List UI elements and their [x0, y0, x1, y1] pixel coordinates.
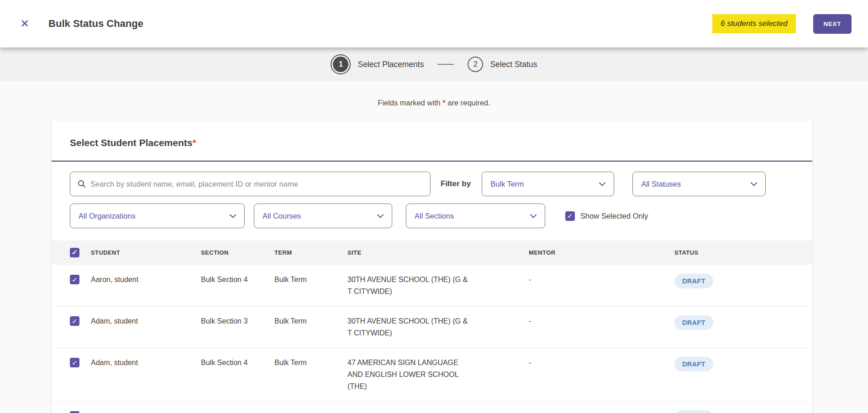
chevron-down-icon: [530, 214, 537, 218]
status-cell: DRAFT: [667, 348, 812, 401]
students-selected-badge: 6 students selected: [712, 14, 795, 33]
step-select-placements[interactable]: 1 Select Placements: [331, 54, 424, 74]
step-1-label: Select Placements: [358, 60, 424, 69]
student-cell: Aaron, student: [84, 265, 194, 306]
table-body: ✓ Aaron, student Bulk Section 4 Bulk Ter…: [52, 265, 812, 413]
term-cell: Bulk Term: [267, 265, 340, 306]
step-divider: [437, 64, 454, 65]
term-dropdown[interactable]: Bulk Term: [482, 172, 614, 196]
mentor-cell: -: [521, 306, 667, 348]
student-cell: Adam, student: [84, 348, 194, 401]
status-dropdown[interactable]: All Statuses: [632, 172, 766, 196]
row-checkbox[interactable]: ✓: [70, 411, 79, 413]
site-cell: 30TH AVENUE SCHOOL (THE) (G & T CITYWIDE…: [340, 265, 521, 306]
chevron-down-icon: [751, 182, 757, 186]
term-cell: Bulk Term: [267, 401, 340, 413]
column-header-section: SECTION: [194, 240, 267, 265]
sections-dropdown-value: All Sections: [415, 212, 454, 220]
card-title-text: Select Student Placements: [70, 137, 192, 148]
step-2-circle: 2: [468, 57, 483, 72]
status-dropdown-value: All Statuses: [641, 180, 681, 188]
status-badge: DRAFT: [674, 410, 713, 413]
mentor-cell: -: [521, 265, 667, 306]
step-select-status[interactable]: 2 Select Status: [468, 57, 537, 72]
term-dropdown-value: Bulk Term: [490, 180, 524, 188]
column-header-mentor: MENTOR: [521, 240, 667, 265]
show-selected-checkbox[interactable]: ✓: [565, 211, 575, 221]
filters-section: Filter by Bulk Term All Statuses All Org…: [52, 162, 812, 228]
student-cell: Adam, student: [84, 306, 194, 348]
organizations-dropdown-value: All Organizations: [79, 212, 136, 220]
stepper: 1 Select Placements 2 Select Status: [0, 47, 868, 81]
column-header-student: STUDENT: [84, 240, 194, 265]
show-selected-label: Show Selected Only: [580, 212, 648, 220]
sections-dropdown[interactable]: All Sections: [406, 204, 545, 228]
column-header-term: TERM: [267, 240, 340, 265]
column-header-status: STATUS: [667, 240, 812, 265]
row-checkbox[interactable]: ✓: [70, 275, 79, 284]
site-cell: 30TH AVENUE SCHOOL (THE) (G & T CITYWIDE…: [340, 306, 521, 348]
table-row[interactable]: ✓ Adam, student Bulk Section 3 Bulk Term…: [52, 306, 812, 348]
page-title: Bulk Status Change: [48, 18, 143, 30]
section-cell: Bulk Section 4: [194, 265, 267, 306]
select-all-checkbox[interactable]: ✓: [70, 248, 79, 257]
status-cell: DRAFT: [667, 401, 812, 413]
close-icon[interactable]: ✕: [20, 18, 29, 29]
placements-table: ✓ STUDENT SECTION TERM SITE MENTOR STATU…: [52, 240, 812, 413]
status-badge: DRAFT: [674, 357, 713, 371]
card-title-asterisk: *: [192, 137, 196, 148]
term-cell: Bulk Term: [267, 348, 340, 401]
organizations-dropdown[interactable]: All Organizations: [70, 204, 245, 228]
section-cell: Bulk Section 2: [194, 401, 267, 413]
courses-dropdown[interactable]: All Courses: [254, 204, 392, 228]
table-row[interactable]: ✓ Aaron, student Bulk Section 4 Bulk Ter…: [52, 265, 812, 306]
required-asterisk: *: [442, 99, 445, 107]
courses-dropdown-value: All Courses: [263, 212, 301, 220]
site-cell: 47 AMERICAN SIGN LANGUAGE AND ENGLISH LO…: [340, 348, 521, 401]
step-1-circle: 1: [333, 57, 348, 72]
search-box[interactable]: [70, 172, 431, 196]
modal-header: ✕ Bulk Status Change 6 students selected…: [0, 0, 868, 47]
chevron-down-icon: [377, 214, 384, 218]
status-cell: DRAFT: [667, 265, 812, 306]
row-checkbox[interactable]: ✓: [70, 316, 79, 326]
chevron-down-icon: [230, 214, 236, 218]
status-badge: DRAFT: [674, 315, 713, 330]
term-cell: Bulk Term: [267, 306, 340, 348]
step-2-label: Select Status: [490, 60, 537, 69]
mentor-cell: -: [521, 348, 667, 401]
table-row[interactable]: ✓ Adam, student Bulk Section 4 Bulk Term…: [52, 348, 812, 401]
search-input[interactable]: [90, 180, 423, 188]
required-note-prefix: Fields marked with: [378, 99, 441, 107]
section-cell: Bulk Section 4: [194, 348, 267, 401]
table-row[interactable]: ✓ Alexander, student Bulk Section 2 Bulk…: [52, 401, 812, 413]
chevron-down-icon: [599, 182, 605, 186]
filter-by-label: Filter by: [441, 179, 471, 188]
section-cell: Bulk Section 3: [194, 306, 267, 348]
site-cell: 30TH AVENUE SCHOOL (THE) (G & T CITYWIDE…: [340, 401, 521, 413]
required-note-suffix: are required.: [447, 99, 490, 107]
next-button[interactable]: NEXT: [813, 14, 852, 34]
status-cell: DRAFT: [667, 306, 812, 348]
card-title: Select Student Placements*: [52, 120, 812, 162]
select-placements-card: Select Student Placements* Filter by Bul…: [52, 120, 812, 413]
table-header-row: ✓ STUDENT SECTION TERM SITE MENTOR STATU…: [52, 240, 812, 265]
row-checkbox[interactable]: ✓: [70, 358, 79, 367]
column-header-site: SITE: [340, 240, 521, 265]
status-badge: DRAFT: [674, 274, 713, 288]
student-cell: Alexander, student: [84, 401, 194, 413]
mentor-cell: ddd 1901: [521, 401, 667, 413]
search-icon: [78, 180, 86, 188]
show-selected-only-field[interactable]: ✓ Show Selected Only: [565, 211, 648, 221]
required-fields-note: Fields marked with * are required.: [0, 99, 868, 107]
